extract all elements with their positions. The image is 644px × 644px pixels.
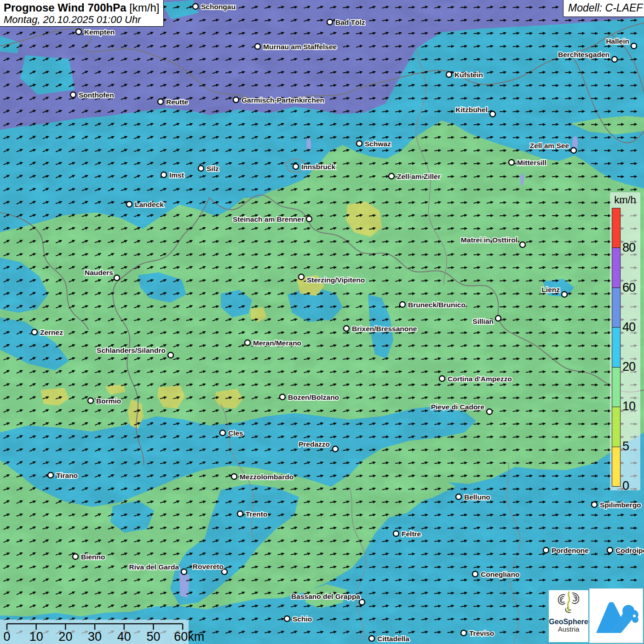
city-label: Zernez	[40, 328, 63, 336]
city-label: Pieve di Cadore	[431, 403, 485, 411]
city-label: Sterzing/Vipiteno	[307, 276, 365, 284]
city-label: Murnau am Staffelsee	[263, 43, 337, 51]
wind-speed-legend: km/h 806040201050	[610, 192, 640, 490]
legend-tick-label: 80	[622, 241, 635, 255]
city-marker	[344, 326, 349, 331]
city-label: Brixen/Bressanone	[352, 325, 417, 333]
legend-color-bar	[612, 208, 621, 487]
city-marker	[520, 242, 525, 247]
city-label: Sonthofen	[79, 91, 114, 99]
city-marker	[48, 472, 53, 478]
city-label: Codroipo	[615, 546, 644, 554]
city-marker	[198, 166, 204, 171]
city-label: Silz	[207, 165, 219, 172]
city-label: Bormio	[96, 397, 121, 405]
city-marker	[299, 274, 304, 280]
city-label: Cortina d'Ampezzo	[448, 375, 512, 383]
city-label: Mittersill	[517, 159, 546, 167]
city-marker	[284, 616, 290, 621]
legend-color-segment	[612, 407, 620, 447]
page-title: Prognose Wind 700hPa [km/h]	[4, 2, 159, 14]
city-marker	[161, 172, 167, 178]
city-label: Riva del Garda	[129, 563, 179, 571]
city-marker	[193, 4, 198, 9]
city-marker	[70, 92, 76, 98]
legend-color-segment	[612, 208, 620, 248]
city-label: Steinach am Brenner	[233, 215, 304, 223]
city-marker	[509, 160, 514, 165]
scale-label: 50	[146, 630, 160, 644]
scale-label: 40	[117, 630, 131, 644]
city-marker	[461, 630, 466, 636]
scale-label: 20	[58, 630, 72, 644]
partner-logo-box	[589, 588, 643, 643]
city-label: Feltre	[402, 530, 421, 538]
city-marker	[472, 571, 478, 577]
city-marker	[389, 173, 394, 179]
city-marker	[237, 511, 243, 517]
city-label: Zell am See	[530, 142, 569, 150]
city-label: Bassano del Grappa	[291, 592, 360, 600]
geosphere-country: Austria	[549, 626, 588, 633]
legend-tick-label: 10	[622, 399, 635, 414]
scale-label: 60km	[174, 630, 204, 644]
city-label: Cles	[228, 429, 243, 437]
city-marker	[369, 636, 374, 641]
city-label: Matrei in Osttirol	[461, 236, 518, 244]
legend-color-segment	[612, 368, 620, 407]
city-label: Bozen/Bolzano	[288, 393, 339, 401]
city-marker	[88, 398, 93, 403]
city-label: Spilimbergo	[600, 501, 641, 509]
mountain-logo-icon	[590, 589, 643, 643]
legend-unit-label: km/h	[610, 194, 640, 206]
map-scale-bar: 0102030405060km	[0, 620, 189, 644]
legend-color-segment	[612, 328, 620, 367]
city-label: Reutte	[166, 98, 189, 106]
legend-tick-label: 5	[622, 439, 629, 453]
city-label: Bad Tölz	[335, 18, 365, 26]
city-label: Kempten	[84, 28, 115, 36]
city-label: Conegliano	[481, 570, 519, 578]
city-label: Pordenone	[552, 546, 589, 554]
city-label: Nauders	[85, 269, 113, 276]
weather-map: SchongauBad TölzKemptenMurnau am Staffel…	[0, 0, 644, 644]
city-label: Belluno	[464, 493, 490, 501]
legend-color-segment	[612, 288, 620, 328]
city-label: Schwaz	[365, 140, 391, 148]
city-marker	[255, 44, 260, 49]
city-marker	[220, 430, 225, 436]
model-label-box: Modell: C-LAEF	[563, 0, 644, 17]
scale-ruler-line	[7, 624, 183, 630]
city-marker	[245, 340, 250, 345]
city-label: Schlanders/Silandro	[97, 346, 166, 354]
city-label: Kufstein	[454, 71, 483, 79]
city-marker	[158, 99, 163, 104]
city-marker	[333, 446, 338, 452]
legend-tick-label: 0	[622, 479, 629, 493]
city-marker	[571, 148, 576, 153]
city-marker	[231, 474, 237, 479]
city-marker	[490, 111, 495, 117]
legend-color-segment	[612, 248, 620, 288]
city-marker	[439, 376, 445, 381]
legend-color-segment	[612, 447, 620, 486]
scale-label: 10	[29, 630, 43, 644]
city-marker	[456, 494, 461, 500]
city-label: Imst	[169, 171, 184, 179]
city-label: Kitzbühel	[455, 106, 488, 114]
city-marker	[126, 201, 132, 207]
city-label: Bienno	[81, 553, 105, 561]
city-marker	[327, 19, 333, 25]
city-label: Landeck	[135, 201, 164, 208]
forecast-datetime: Montag, 20.10.2025 01:00 Uhr	[4, 14, 159, 25]
scale-label: 30	[88, 630, 102, 644]
geosphere-name: GeoSphere	[549, 618, 588, 626]
city-marker	[612, 57, 617, 62]
city-marker	[306, 216, 312, 222]
city-marker	[562, 292, 567, 297]
city-label: Schio	[293, 615, 312, 623]
city-marker	[32, 329, 37, 335]
city-label: Cittadella	[377, 635, 409, 643]
wind-forecast-map-canvas: SchongauBad TölzKemptenMurnau am Staffel…	[0, 0, 644, 644]
city-marker	[607, 547, 613, 553]
